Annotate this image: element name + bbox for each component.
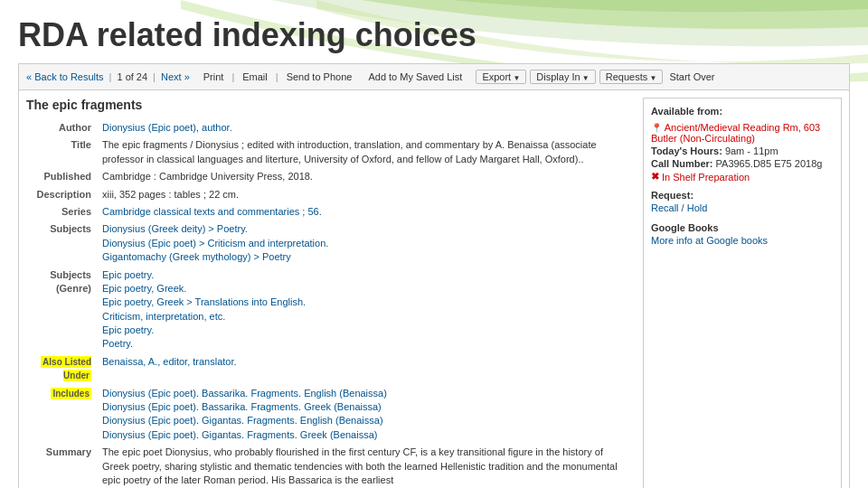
request-section: Request: Recall / Hold [651, 190, 834, 213]
availability-call-number: Call Number: PA3965.D85 E75 2018g [651, 158, 834, 169]
start-over-button[interactable]: Start Over [666, 70, 717, 83]
field-label-summary: Summary [26, 444, 99, 488]
field-value-description: xiii, 352 pages : tables ; 22 cm. [99, 186, 634, 203]
google-section: Google Books More info at Google books [651, 222, 834, 246]
includes-link-1[interactable]: Dionysius (Epic poet). Bassarika. Fragme… [102, 388, 387, 399]
genre-link-1[interactable]: Epic poetry. [102, 269, 154, 280]
also-listed-badge: Also ListedUnder [41, 356, 91, 381]
display-in-button[interactable]: Display In [530, 70, 595, 84]
page-title: RDA related indexing choices [0, 0, 868, 63]
table-row: Description xiii, 352 pages : tables ; 2… [26, 186, 634, 203]
print-button[interactable]: Print [201, 70, 227, 83]
genre-link-3[interactable]: Epic poetry, Greek > Translations into E… [102, 296, 306, 307]
field-label-description: Description [26, 186, 99, 203]
field-value-also-listed: Benaissa, A., editor, translator. [99, 353, 634, 385]
field-value-title: The epic fragments / Dionysius ; edited … [99, 136, 634, 168]
table-row: Subjects Dionysius (Greek deity) > Poetr… [26, 221, 634, 266]
field-value-subjects: Dionysius (Greek deity) > Poetry. Dionys… [99, 221, 634, 266]
table-row: Includes Dionysius (Epic poet). Bassarik… [26, 385, 634, 445]
includes-link-2[interactable]: Dionysius (Epic poet). Bassarika. Fragme… [102, 401, 382, 412]
export-button[interactable]: Export [476, 70, 526, 84]
toolbar: « Back to Results | 1 of 24 | Next » Pri… [19, 64, 849, 90]
back-to-results-link[interactable]: « Back to Results [26, 71, 104, 82]
toolbar-separator-1: | [109, 71, 112, 82]
field-value-author: Dionysius (Epic poet), author. [99, 119, 634, 136]
record-panel: The epic fragments Author Dionysius (Epi… [26, 98, 634, 488]
table-row: Subjects(Genre) Epic poetry. Epic poetry… [26, 267, 634, 353]
includes-link-4[interactable]: Dionysius (Epic poet). Gigantas. Fragmen… [102, 429, 377, 440]
field-value-includes: Dionysius (Epic poet). Bassarika. Fragme… [99, 385, 634, 445]
table-row: Author Dionysius (Epic poet), author. [26, 119, 634, 136]
request-title: Request: [651, 190, 834, 201]
record-table: Author Dionysius (Epic poet), author. Ti… [26, 119, 634, 488]
send-phone-button[interactable]: Send to Phone [284, 70, 355, 83]
toolbar-separator-5: | [276, 71, 278, 82]
google-books-link[interactable]: More info at Google books [651, 235, 768, 246]
field-label-title: Title [26, 136, 99, 168]
genre-link-2[interactable]: Epic poetry, Greek. [102, 283, 186, 294]
catalog-panel: « Back to Results | 1 of 24 | Next » Pri… [18, 63, 850, 488]
subject-link-2[interactable]: Dionysius (Epic poet) > Criticism and in… [102, 238, 328, 249]
series-link[interactable]: Cambridge classical texts and commentari… [102, 206, 322, 217]
field-label-subjects-genre: Subjects(Genre) [26, 267, 99, 353]
availability-location: Ancient/Medieval Reading Rm, 603 Butler … [651, 122, 834, 144]
table-row: Title The epic fragments / Dionysius ; e… [26, 136, 634, 168]
field-label-also-listed: Also ListedUnder [26, 353, 99, 385]
google-title: Google Books [651, 222, 834, 233]
position-total: of 24 [126, 71, 147, 82]
includes-badge: Includes [51, 388, 91, 399]
subject-link-3[interactable]: Gigantomachy (Greek mythology) > Poetry [102, 251, 291, 262]
includes-link-3[interactable]: Dionysius (Epic poet). Gigantas. Fragmen… [102, 415, 383, 426]
content-area: The epic fragments Author Dionysius (Epi… [19, 90, 849, 488]
email-button[interactable]: Email [240, 70, 270, 83]
field-label-subjects: Subjects [26, 221, 99, 266]
field-label-includes: Includes [26, 385, 99, 445]
availability-title: Available from: [651, 106, 834, 117]
availability-status: ✖ In Shelf Preparation [651, 171, 834, 183]
also-listed-link-1[interactable]: Benaissa, A., editor, translator. [102, 356, 237, 367]
field-label-published: Published [26, 168, 99, 185]
table-row: Series Cambridge classical texts and com… [26, 203, 634, 221]
genre-link-5[interactable]: Epic poetry. [102, 324, 154, 335]
table-row: Published Cambridge : Cambridge Universi… [26, 168, 634, 185]
toolbar-separator-2: | [153, 71, 156, 82]
table-row: Summary The epic poet Dionysius, who pro… [26, 444, 634, 488]
next-link[interactable]: Next » [161, 71, 190, 82]
genre-link-6[interactable]: Poetry. [102, 338, 133, 349]
requests-button[interactable]: Requests [599, 70, 664, 84]
position-current: 1 [117, 71, 122, 82]
hours-value: 9am - 11pm [725, 145, 778, 156]
field-value-published: Cambridge : Cambridge University Press, … [99, 168, 634, 185]
field-label-author: Author [26, 119, 99, 136]
availability-panel: Available from: Ancient/Medieval Reading… [643, 98, 842, 488]
availability-hours: Today's Hours: 9am - 11pm [651, 145, 834, 156]
page-position: 1 of 24 [117, 71, 147, 82]
recall-hold-link[interactable]: Recall / Hold [651, 202, 707, 213]
author-link[interactable]: Dionysius (Epic poet), author. [102, 122, 232, 133]
field-value-series: Cambridge classical texts and commentari… [99, 203, 634, 221]
record-title: The epic fragments [26, 98, 634, 112]
status-text: In Shelf Preparation [662, 172, 750, 183]
field-value-summary: The epic poet Dionysius, who probably fl… [99, 444, 634, 488]
subject-link-1[interactable]: Dionysius (Greek deity) > Poetry. [102, 223, 248, 234]
toolbar-separator-4: | [231, 71, 234, 82]
field-value-subjects-genre: Epic poetry. Epic poetry, Greek. Epic po… [99, 267, 634, 353]
add-saved-button[interactable]: Add to My Saved List [365, 70, 465, 83]
table-row: Also ListedUnder Benaissa, A., editor, t… [26, 353, 634, 385]
hours-label: Today's Hours: [651, 145, 722, 156]
status-x-icon: ✖ [651, 171, 659, 183]
call-number-label: Call Number: [651, 158, 712, 169]
call-number-value: PA3965.D85 E75 2018g [716, 158, 823, 169]
genre-link-4[interactable]: Criticism, interpretation, etc. [102, 311, 225, 322]
field-label-series: Series [26, 203, 99, 221]
